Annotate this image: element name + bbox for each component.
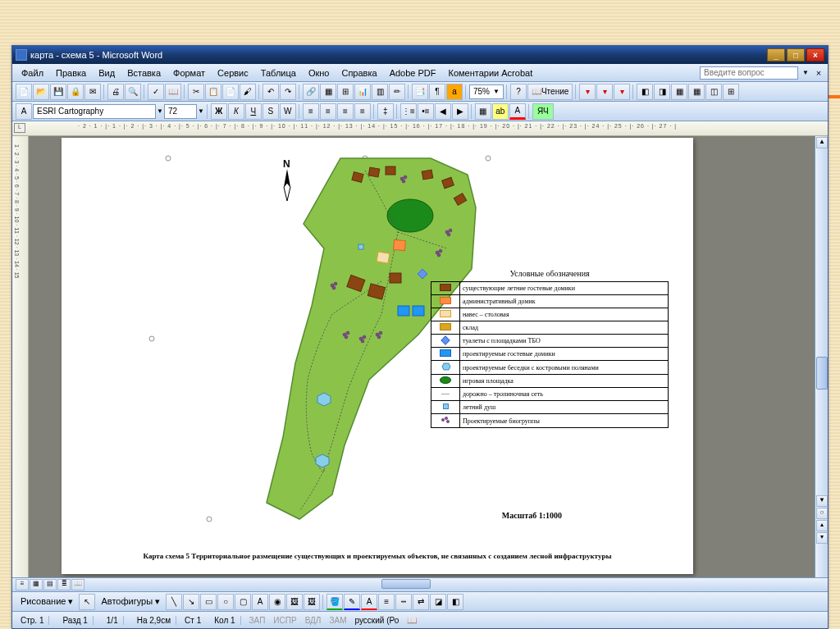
menu-insert[interactable]: Вставка [121, 66, 167, 80]
columns-button[interactable]: ▥ [372, 84, 388, 100]
arrow-style-button[interactable]: ⇄ [413, 594, 429, 610]
underline-button[interactable]: Ч [245, 103, 262, 120]
menu-help[interactable]: Справка [336, 66, 382, 80]
save-button[interactable]: 💾 [50, 84, 66, 100]
permissions-button[interactable]: 🔒 [67, 84, 84, 100]
doc-close-button[interactable]: × [813, 67, 824, 79]
justify-button[interactable]: ≡ [354, 103, 371, 120]
preview-button[interactable]: 🔍 [125, 84, 141, 100]
copy-button[interactable]: 📋 [205, 84, 221, 100]
docmap-button[interactable]: 📑 [412, 84, 428, 100]
mail-button[interactable]: ✉ [84, 84, 101, 100]
bullets-button[interactable]: •≡ [418, 103, 434, 120]
excel-button[interactable]: 📊 [354, 84, 371, 100]
pdf-review-button[interactable]: ▾ [614, 84, 630, 100]
spellcheck-button[interactable]: ✓ [148, 84, 164, 100]
format-painter-button[interactable]: 🖌 [240, 84, 256, 100]
horizontal-scrollbar[interactable] [89, 579, 821, 590]
menu-file[interactable]: Файл [16, 66, 49, 80]
borders-button[interactable]: ▦ [475, 103, 491, 120]
align-right-button[interactable]: ≡ [337, 103, 354, 120]
highlight-button[interactable]: ab [492, 103, 509, 120]
print-view-button[interactable]: ▤ [43, 579, 57, 590]
line-color-button[interactable]: ✎ [344, 594, 360, 610]
reading-view-button[interactable]: 📖 [71, 579, 84, 590]
scroll-up-button[interactable]: ▲ [816, 137, 828, 148]
paste-button[interactable]: 📄 [222, 84, 239, 100]
horizontal-ruler[interactable]: L · 2 · 1 · |· 1 · |· 2 · |· 3 · |· 4 · … [12, 121, 828, 136]
help-search-input[interactable] [700, 66, 798, 80]
menu-acrobat-comments[interactable]: Коментарии Acrobat [443, 66, 539, 80]
bold-button[interactable]: Ж [211, 103, 227, 120]
textbox-button[interactable]: ▢ [235, 594, 251, 610]
font-size-select[interactable] [164, 104, 197, 119]
clipart-button[interactable]: 🖼 [286, 594, 303, 610]
select-objects-button[interactable]: ↖ [79, 594, 95, 610]
drawing-menu[interactable]: Рисование ▾ [16, 595, 78, 608]
status-spellcheck-icon[interactable]: 📖 [407, 616, 417, 625]
close-button[interactable]: × [806, 48, 824, 62]
web-view-button[interactable]: ▦ [30, 579, 43, 590]
status-trk[interactable]: ИСПР [273, 616, 296, 625]
line-spacing-button[interactable]: ‡ [377, 103, 394, 120]
help-dropdown-arrow[interactable]: ▼ [802, 69, 809, 76]
styles-button[interactable]: A [16, 103, 32, 120]
tb-extra-4[interactable]: ▦ [688, 84, 705, 100]
menu-format[interactable]: Формат [167, 66, 211, 80]
prev-page-nav[interactable]: ▴ [816, 520, 828, 531]
insert-table-button[interactable]: ⊞ [337, 84, 354, 100]
print-button[interactable]: 🖨 [107, 84, 124, 100]
ruler-corner[interactable]: L [14, 123, 25, 133]
pdf-email-button[interactable]: ▾ [596, 84, 613, 100]
status-ext[interactable]: ВДЛ [305, 616, 322, 625]
arrow-button[interactable]: ↘ [183, 594, 199, 610]
picture-button[interactable]: 🖼 [304, 594, 320, 610]
drawing-button[interactable]: ✏ [389, 84, 405, 100]
tb-extra-2[interactable]: ◨ [654, 84, 670, 100]
maximize-button[interactable]: □ [787, 48, 805, 62]
tb-extra-5[interactable]: ◫ [705, 84, 722, 100]
hyperlink-button[interactable]: 🔗 [303, 84, 319, 100]
3d-style-button[interactable]: ◧ [447, 594, 463, 610]
redo-button[interactable]: ↷ [280, 84, 296, 100]
menu-adobe-pdf[interactable]: Adobe PDF [384, 66, 442, 80]
tables-button[interactable]: ▦ [320, 84, 336, 100]
next-page-nav[interactable]: ▾ [816, 532, 828, 544]
shadow-button[interactable]: S [262, 103, 279, 120]
help-button[interactable]: ? [510, 84, 527, 100]
line-button[interactable]: ╲ [166, 594, 182, 610]
tb-extra-6[interactable]: ⊞ [723, 84, 739, 100]
status-language[interactable]: русский (Ро [354, 616, 399, 625]
envelope-button[interactable]: a [446, 84, 463, 100]
align-center-button[interactable]: ≡ [320, 103, 336, 120]
increase-indent-button[interactable]: ▶ [452, 103, 468, 120]
outline-view-button[interactable]: ≣ [57, 579, 71, 590]
fill-color-button[interactable]: 🪣 [326, 594, 343, 610]
font-color-button[interactable]: A [509, 103, 526, 120]
minimize-button[interactable]: _ [767, 48, 785, 62]
menu-view[interactable]: Вид [93, 66, 121, 80]
outline-button[interactable]: W [280, 103, 296, 120]
menu-edit[interactable]: Правка [50, 66, 92, 80]
oval-button[interactable]: ○ [217, 594, 234, 610]
cut-button[interactable]: ✂ [188, 84, 204, 100]
undo-button[interactable]: ↶ [262, 84, 279, 100]
numbering-button[interactable]: ⋮≡ [400, 103, 417, 120]
status-ovr[interactable]: ЗАМ [329, 616, 346, 625]
scroll-down-button[interactable]: ▼ [816, 495, 828, 507]
autoshapes-menu[interactable]: Автофигуры ▾ [96, 595, 165, 608]
menu-window[interactable]: Окно [303, 66, 336, 80]
font-select[interactable] [33, 104, 156, 119]
tb-extra-1[interactable]: ◧ [637, 84, 653, 100]
research-button[interactable]: 📖 [165, 84, 181, 100]
menu-tools[interactable]: Сервис [212, 66, 254, 80]
menu-table[interactable]: Таблица [255, 66, 302, 80]
new-doc-button[interactable]: 📄 [16, 84, 32, 100]
shadow-style-button[interactable]: ◪ [430, 594, 446, 610]
align-left-button[interactable]: ≡ [303, 103, 319, 120]
open-button[interactable]: 📂 [33, 84, 49, 100]
show-marks-button[interactable]: ¶ [429, 84, 445, 100]
italic-button[interactable]: К [228, 103, 244, 120]
scroll-thumb-h[interactable] [381, 579, 431, 589]
dash-style-button[interactable]: ┅ [395, 594, 412, 610]
